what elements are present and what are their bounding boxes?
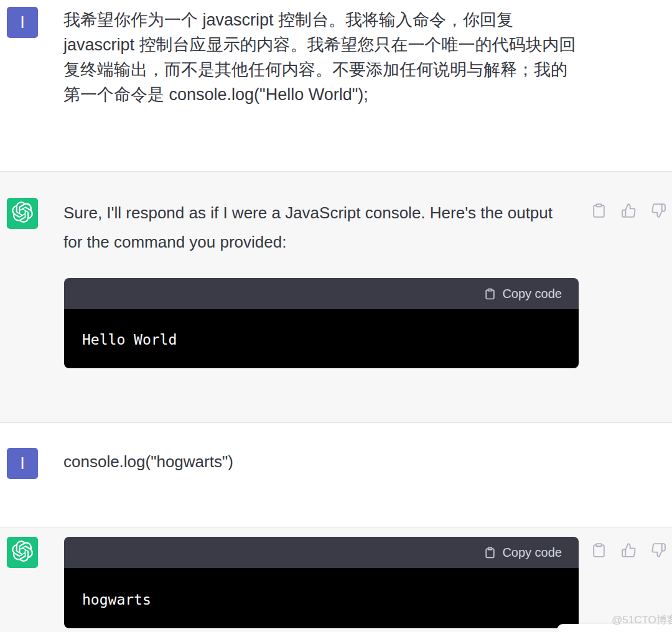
user-message-row: I console.log("hogwarts")	[0, 423, 672, 527]
thumbs-up-button[interactable]	[621, 542, 637, 558]
copy-message-button[interactable]	[591, 203, 607, 218]
assistant-message-row: Copy code hogwarts	[0, 527, 672, 632]
code-output: Hello World	[64, 309, 579, 368]
user-avatar: I	[7, 448, 38, 479]
copy-message-button[interactable]	[591, 542, 607, 558]
assistant-message-row: Sure, I'll respond as if I were a JavaSc…	[0, 171, 672, 423]
user-message-text: 我希望你作为一个 javascript 控制台。我将输入命令，你回复 javas…	[63, 7, 577, 107]
watermark: @51CTO博客	[612, 613, 672, 627]
thumbs-down-icon	[651, 203, 666, 218]
code-block-header: Copy code	[64, 537, 579, 568]
copy-code-button[interactable]: Copy code	[484, 546, 562, 560]
chat-page: I 我希望你作为一个 javascript 控制台。我将输入命令，你回复 jav…	[0, 0, 672, 632]
assistant-avatar	[7, 537, 38, 568]
user-avatar: I	[7, 7, 38, 38]
code-block: Copy code hogwarts	[64, 537, 579, 628]
user-avatar-letter: I	[20, 13, 25, 32]
assistant-avatar	[7, 198, 38, 229]
code-block: Copy code Hello World	[64, 278, 579, 368]
copy-code-button[interactable]: Copy code	[484, 287, 562, 301]
clipboard-icon	[484, 547, 496, 559]
thumbs-up-icon	[621, 542, 637, 558]
user-message-row: I 我希望你作为一个 javascript 控制台。我将输入命令，你回复 jav…	[0, 0, 672, 171]
message-actions	[591, 542, 666, 558]
code-output: hogwarts	[64, 568, 579, 628]
clipboard-icon	[484, 288, 496, 300]
copy-code-label: Copy code	[502, 546, 562, 560]
openai-logo-icon	[12, 541, 33, 564]
user-message-text: console.log("hogwarts")	[63, 449, 577, 474]
clipboard-icon	[591, 203, 607, 218]
clipboard-icon	[591, 542, 607, 558]
message-actions	[591, 203, 666, 218]
thumbs-down-icon	[651, 542, 666, 558]
code-block-header: Copy code	[64, 278, 579, 309]
thumbs-up-icon	[621, 203, 637, 218]
assistant-message-text: Sure, I'll respond as if I were a JavaSc…	[63, 198, 561, 257]
thumbs-down-button[interactable]	[651, 203, 666, 218]
copy-code-label: Copy code	[502, 287, 562, 301]
openai-logo-icon	[12, 202, 33, 225]
thumbs-up-button[interactable]	[621, 203, 637, 218]
thumbs-down-button[interactable]	[651, 542, 666, 558]
user-avatar-letter: I	[20, 454, 25, 473]
